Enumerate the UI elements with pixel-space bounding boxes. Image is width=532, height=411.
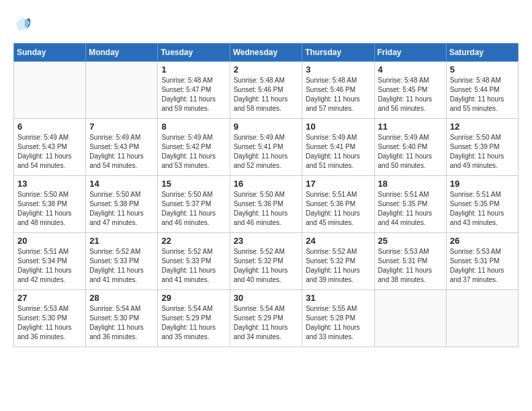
day-detail: Sunrise: 5:52 AM Sunset: 5:32 PM Dayligh…	[306, 247, 370, 285]
calendar-cell: 7Sunrise: 5:49 AM Sunset: 5:43 PM Daylig…	[86, 119, 158, 176]
day-number: 5	[450, 64, 515, 75]
day-number: 3	[306, 64, 370, 75]
week-row-3: 13Sunrise: 5:50 AM Sunset: 5:38 PM Dayli…	[14, 176, 519, 233]
calendar-cell: 28Sunrise: 5:54 AM Sunset: 5:30 PM Dayli…	[86, 290, 158, 347]
calendar-cell: 8Sunrise: 5:49 AM Sunset: 5:42 PM Daylig…	[158, 119, 230, 176]
day-number: 20	[17, 236, 82, 246]
day-detail: Sunrise: 5:49 AM Sunset: 5:42 PM Dayligh…	[161, 133, 226, 171]
page-header	[13, 13, 519, 32]
day-number: 29	[161, 293, 226, 303]
calendar-cell: 15Sunrise: 5:50 AM Sunset: 5:37 PM Dayli…	[158, 176, 230, 233]
week-row-4: 20Sunrise: 5:51 AM Sunset: 5:34 PM Dayli…	[14, 233, 519, 290]
calendar-cell: 10Sunrise: 5:49 AM Sunset: 5:41 PM Dayli…	[302, 119, 374, 176]
calendar-cell: 13Sunrise: 5:50 AM Sunset: 5:38 PM Dayli…	[14, 176, 86, 233]
calendar-cell: 11Sunrise: 5:49 AM Sunset: 5:40 PM Dayli…	[374, 119, 446, 176]
calendar-cell: 21Sunrise: 5:52 AM Sunset: 5:33 PM Dayli…	[86, 233, 158, 290]
calendar-cell: 3Sunrise: 5:48 AM Sunset: 5:46 PM Daylig…	[302, 62, 374, 119]
day-detail: Sunrise: 5:51 AM Sunset: 5:34 PM Dayligh…	[17, 247, 82, 285]
day-number: 19	[450, 179, 515, 189]
day-detail: Sunrise: 5:54 AM Sunset: 5:29 PM Dayligh…	[234, 304, 299, 342]
day-detail: Sunrise: 5:55 AM Sunset: 5:28 PM Dayligh…	[306, 304, 370, 342]
day-number: 10	[306, 122, 370, 132]
day-number: 16	[234, 179, 299, 189]
day-detail: Sunrise: 5:49 AM Sunset: 5:43 PM Dayligh…	[17, 133, 82, 171]
day-number: 9	[234, 122, 299, 132]
calendar-cell: 30Sunrise: 5:54 AM Sunset: 5:29 PM Dayli…	[230, 290, 302, 347]
calendar-cell: 25Sunrise: 5:53 AM Sunset: 5:31 PM Dayli…	[374, 233, 446, 290]
calendar-cell: 16Sunrise: 5:50 AM Sunset: 5:36 PM Dayli…	[230, 176, 302, 233]
day-detail: Sunrise: 5:54 AM Sunset: 5:30 PM Dayligh…	[89, 304, 154, 342]
day-detail: Sunrise: 5:49 AM Sunset: 5:43 PM Dayligh…	[89, 133, 154, 171]
day-detail: Sunrise: 5:52 AM Sunset: 5:33 PM Dayligh…	[161, 247, 226, 285]
week-row-1: 1Sunrise: 5:48 AM Sunset: 5:47 PM Daylig…	[14, 62, 519, 119]
day-detail: Sunrise: 5:54 AM Sunset: 5:29 PM Dayligh…	[161, 304, 226, 342]
day-number: 15	[161, 179, 226, 189]
calendar-cell: 27Sunrise: 5:53 AM Sunset: 5:30 PM Dayli…	[14, 290, 86, 347]
calendar-cell	[86, 62, 158, 119]
day-detail: Sunrise: 5:51 AM Sunset: 5:35 PM Dayligh…	[378, 190, 443, 228]
day-header-wednesday: Wednesday	[230, 44, 302, 62]
calendar-cell: 26Sunrise: 5:53 AM Sunset: 5:31 PM Dayli…	[446, 233, 518, 290]
day-number: 12	[450, 122, 515, 132]
calendar-cell: 9Sunrise: 5:49 AM Sunset: 5:41 PM Daylig…	[230, 119, 302, 176]
day-number: 25	[378, 236, 443, 246]
day-detail: Sunrise: 5:48 AM Sunset: 5:46 PM Dayligh…	[306, 76, 370, 113]
day-number: 23	[234, 236, 299, 246]
day-detail: Sunrise: 5:53 AM Sunset: 5:31 PM Dayligh…	[378, 247, 443, 285]
day-detail: Sunrise: 5:53 AM Sunset: 5:30 PM Dayligh…	[17, 304, 82, 342]
day-detail: Sunrise: 5:50 AM Sunset: 5:36 PM Dayligh…	[234, 190, 299, 228]
calendar-cell: 17Sunrise: 5:51 AM Sunset: 5:36 PM Dayli…	[302, 176, 374, 233]
week-row-5: 27Sunrise: 5:53 AM Sunset: 5:30 PM Dayli…	[14, 290, 519, 347]
day-number: 7	[89, 122, 154, 132]
calendar-cell: 23Sunrise: 5:52 AM Sunset: 5:32 PM Dayli…	[230, 233, 302, 290]
day-number: 24	[306, 236, 370, 246]
calendar-cell: 29Sunrise: 5:54 AM Sunset: 5:29 PM Dayli…	[158, 290, 230, 347]
day-detail: Sunrise: 5:50 AM Sunset: 5:38 PM Dayligh…	[89, 190, 154, 228]
day-detail: Sunrise: 5:50 AM Sunset: 5:37 PM Dayligh…	[161, 190, 226, 228]
week-row-2: 6Sunrise: 5:49 AM Sunset: 5:43 PM Daylig…	[14, 119, 519, 176]
calendar-table: SundayMondayTuesdayWednesdayThursdayFrid…	[13, 43, 519, 347]
calendar-cell: 5Sunrise: 5:48 AM Sunset: 5:44 PM Daylig…	[446, 62, 518, 119]
calendar-cell: 14Sunrise: 5:50 AM Sunset: 5:38 PM Dayli…	[86, 176, 158, 233]
day-number: 21	[89, 236, 154, 246]
day-number: 17	[306, 179, 370, 189]
day-number: 1	[161, 64, 226, 75]
day-detail: Sunrise: 5:51 AM Sunset: 5:36 PM Dayligh…	[306, 190, 370, 228]
day-number: 28	[89, 293, 154, 303]
logo-icon	[13, 13, 32, 32]
calendar-cell: 24Sunrise: 5:52 AM Sunset: 5:32 PM Dayli…	[302, 233, 374, 290]
day-number: 13	[17, 179, 82, 189]
day-header-sunday: Sunday	[14, 44, 86, 62]
calendar-cell	[14, 62, 86, 119]
day-detail: Sunrise: 5:52 AM Sunset: 5:33 PM Dayligh…	[89, 247, 154, 285]
day-detail: Sunrise: 5:49 AM Sunset: 5:40 PM Dayligh…	[378, 133, 443, 171]
calendar-header-row: SundayMondayTuesdayWednesdayThursdayFrid…	[14, 44, 519, 62]
calendar-cell: 6Sunrise: 5:49 AM Sunset: 5:43 PM Daylig…	[14, 119, 86, 176]
day-number: 8	[161, 122, 226, 132]
calendar-cell	[446, 290, 518, 347]
day-detail: Sunrise: 5:48 AM Sunset: 5:44 PM Dayligh…	[450, 76, 515, 113]
day-number: 4	[378, 64, 443, 75]
day-detail: Sunrise: 5:51 AM Sunset: 5:35 PM Dayligh…	[450, 190, 515, 228]
calendar-cell: 4Sunrise: 5:48 AM Sunset: 5:45 PM Daylig…	[374, 62, 446, 119]
day-detail: Sunrise: 5:52 AM Sunset: 5:32 PM Dayligh…	[234, 247, 299, 285]
day-number: 31	[306, 293, 370, 303]
day-header-tuesday: Tuesday	[158, 44, 230, 62]
logo	[13, 13, 35, 32]
calendar-cell: 1Sunrise: 5:48 AM Sunset: 5:47 PM Daylig…	[158, 62, 230, 119]
day-number: 27	[17, 293, 82, 303]
calendar-cell: 19Sunrise: 5:51 AM Sunset: 5:35 PM Dayli…	[446, 176, 518, 233]
day-number: 30	[234, 293, 299, 303]
day-number: 14	[89, 179, 154, 189]
calendar-cell: 2Sunrise: 5:48 AM Sunset: 5:46 PM Daylig…	[230, 62, 302, 119]
day-detail: Sunrise: 5:49 AM Sunset: 5:41 PM Dayligh…	[234, 133, 299, 171]
day-detail: Sunrise: 5:49 AM Sunset: 5:41 PM Dayligh…	[306, 133, 370, 171]
day-number: 26	[450, 236, 515, 246]
day-number: 6	[17, 122, 82, 132]
day-detail: Sunrise: 5:48 AM Sunset: 5:46 PM Dayligh…	[234, 76, 299, 113]
day-header-saturday: Saturday	[446, 44, 518, 62]
day-detail: Sunrise: 5:48 AM Sunset: 5:45 PM Dayligh…	[378, 76, 443, 113]
calendar-cell: 18Sunrise: 5:51 AM Sunset: 5:35 PM Dayli…	[374, 176, 446, 233]
calendar-cell: 22Sunrise: 5:52 AM Sunset: 5:33 PM Dayli…	[158, 233, 230, 290]
day-number: 18	[378, 179, 443, 189]
